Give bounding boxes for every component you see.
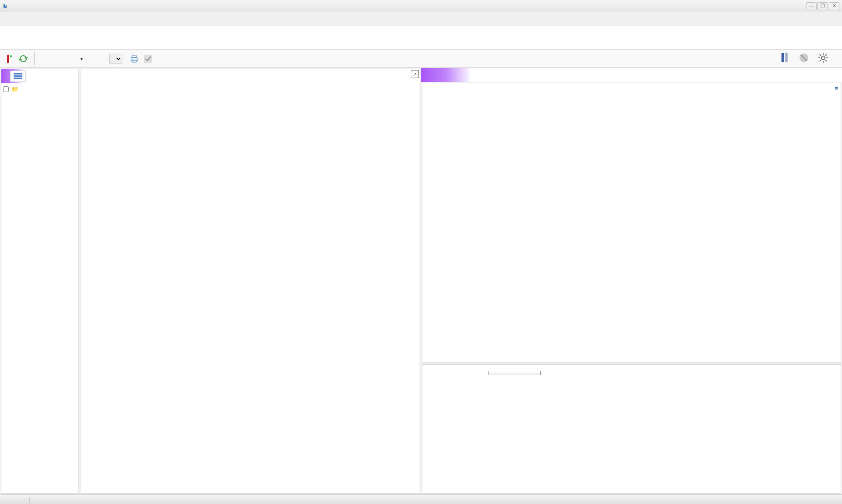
apply-button[interactable] [488,371,541,375]
root-checkbox[interactable] [3,86,9,92]
svg-rect-0 [7,55,9,63]
left-panel: 📁 ↗ [0,68,421,494]
close-button[interactable]: ✕ [829,2,839,10]
svg-point-11 [821,56,825,60]
dropdown-icon[interactable]: ▾ [80,56,83,62]
main-area: 📁 ↗ ≡ [0,68,842,494]
x-axis-label [81,485,420,487]
svg-rect-12 [14,73,22,75]
sample-tree-panel: 📁 [1,69,79,493]
ribbon [0,25,842,50]
stop-icon[interactable] [798,52,810,65]
chart-canvas [103,79,407,468]
svg-rect-7 [781,53,784,62]
title-bar: — ❐ ✕ [0,0,842,12]
params-section [422,364,841,493]
menu-bar [0,12,842,25]
chart-panel: ↗ [81,69,420,493]
sample-tree: 📁 [1,83,78,95]
report-style-select[interactable] [109,54,122,64]
minimize-button[interactable]: — [806,2,817,10]
secondary-toolbar: ▾ [0,50,842,68]
tree-root-row[interactable]: 📁 [3,85,77,93]
hamburger-icon[interactable]: ≡ [835,85,838,92]
results-section: ≡ [422,83,841,362]
maximize-button[interactable]: ❐ [817,2,828,10]
svg-rect-2 [11,55,11,57]
svg-rect-13 [14,75,22,77]
device-icon[interactable] [779,52,790,65]
add-sample-icon[interactable] [4,54,14,64]
right-tabs [421,68,842,82]
status-bar: | - | [0,494,842,504]
svg-rect-14 [14,78,22,79]
right-panel: ≡ [421,68,842,494]
params-header [422,365,841,368]
chart-expand-icon[interactable]: ↗ [411,70,419,78]
app-icon [3,3,10,10]
settings-icon[interactable] [817,52,829,65]
refresh-icon[interactable] [18,54,28,64]
chart-title [81,69,420,75]
svg-rect-6 [144,55,152,63]
print-icon[interactable] [129,54,139,64]
sample-tab-icon[interactable] [10,71,26,82]
svg-rect-4 [132,56,136,57]
svg-rect-8 [785,53,788,62]
folder-icon: 📁 [11,86,18,92]
check-icon[interactable] [143,54,153,64]
